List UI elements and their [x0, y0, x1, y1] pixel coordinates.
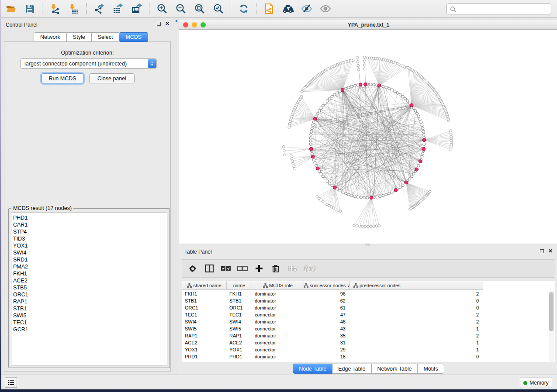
table-cell: YOX1: [227, 346, 252, 353]
export-network-icon[interactable]: [90, 1, 108, 16]
new-network-from-file-icon[interactable]: [259, 1, 278, 16]
mcds-result-item[interactable]: PMA2: [13, 263, 28, 270]
mcds-result-item[interactable]: TEC1: [13, 319, 28, 326]
refresh-view-icon[interactable]: [234, 1, 253, 16]
mcds-result-item[interactable]: ACE2: [13, 277, 28, 284]
column-header-name[interactable]: name: [227, 281, 252, 290]
first-neighbors-icon[interactable]: [278, 1, 297, 16]
search-input[interactable]: [446, 3, 551, 14]
zoom-selected-icon[interactable]: [209, 1, 228, 16]
mcds-result-item[interactable]: STP4: [13, 228, 28, 235]
open-file-icon[interactable]: [1, 1, 20, 16]
column-header-shared-name[interactable]: shared name: [182, 281, 227, 290]
table-panel-title: Table Panel: [184, 249, 212, 255]
close-panel-icon[interactable]: ✕: [165, 22, 170, 26]
mcds-result-item[interactable]: PHD1: [13, 214, 28, 221]
memory-button[interactable]: Memory: [520, 378, 552, 388]
table-scrollbar[interactable]: [549, 291, 554, 362]
table-row[interactable]: ACE2ACE2connector311: [182, 339, 483, 346]
column-header-MCDS-role[interactable]: MCDS role: [252, 281, 304, 290]
table-row[interactable]: ORC1ORC1dominator610: [182, 304, 483, 311]
save-session-icon[interactable]: [20, 1, 39, 16]
table-cell: 47: [304, 311, 350, 318]
import-table-icon[interactable]: [64, 1, 83, 16]
tab-network[interactable]: Network: [34, 32, 67, 42]
table-row[interactable]: FKH1FKH1dominator962: [182, 290, 483, 297]
mcds-result-item[interactable]: STB1: [13, 305, 28, 312]
control-panel: Control Panel ✕ NetworkStyleSelectMCDS O…: [1, 18, 175, 375]
table-row[interactable]: TEC1TEC1connector472: [182, 311, 483, 318]
delete-column-icon[interactable]: [267, 264, 284, 273]
mcds-result-item[interactable]: SWI4: [13, 249, 28, 256]
export-table-icon[interactable]: [108, 1, 127, 16]
table-cell: 18: [304, 353, 350, 360]
task-history-button[interactable]: [5, 377, 17, 388]
table-cell: connector: [252, 346, 304, 353]
table-settings-icon[interactable]: [184, 264, 201, 273]
mcds-result-item[interactable]: GCR1: [13, 326, 28, 333]
export-image-icon[interactable]: [127, 1, 146, 16]
tab-motifs[interactable]: Motifs: [418, 364, 444, 374]
tab-network-table[interactable]: Network Table: [372, 364, 418, 374]
mcds-result-item[interactable]: SRD1: [13, 256, 28, 263]
table-row[interactable]: SWI4SWI4dominator462: [182, 318, 483, 325]
float-table-panel-icon[interactable]: [540, 249, 544, 253]
vertical-splitter[interactable]: [175, 18, 179, 375]
table-cell: YOX1: [182, 346, 227, 353]
network-canvas[interactable]: [179, 30, 557, 244]
mcds-result-item[interactable]: TID3: [13, 235, 28, 242]
show-column-icon[interactable]: [201, 264, 218, 273]
table-row[interactable]: STB1STB1dominator620: [182, 297, 483, 304]
close-panel-button[interactable]: Close panel: [89, 73, 135, 83]
tab-node-table[interactable]: Node Table: [293, 364, 332, 374]
search-icon: [450, 6, 456, 12]
table-cell: PHD1: [182, 353, 227, 360]
tab-style[interactable]: Style: [67, 32, 92, 42]
table-cell: 1: [350, 346, 483, 353]
table-row[interactable]: YOX1YOX1connector291: [182, 346, 483, 353]
table-cell: 29: [304, 346, 350, 353]
mcds-result-list[interactable]: PHD1CAR1STP4TID3YOX1SWI4SRD1PMA2FKH1ACE2…: [11, 213, 167, 365]
column-header-successor-nodes[interactable]: successor nodes∨: [304, 281, 350, 290]
close-table-panel-icon[interactable]: ✕: [548, 249, 553, 253]
mcds-result-item[interactable]: STB5: [13, 284, 28, 291]
mcds-list-scrollbar[interactable]: [160, 213, 166, 364]
create-column-icon[interactable]: [251, 264, 267, 273]
table-cell: 2: [350, 318, 483, 325]
hide-selected-icon[interactable]: [297, 1, 316, 16]
zoom-out-icon[interactable]: [171, 1, 190, 16]
table-row[interactable]: RAP1RAP1dominator352: [182, 332, 483, 339]
table-cell: SWI5: [227, 325, 252, 332]
table-panel: Table Panel ✕ f(x) shared namenameMCDS r…: [179, 246, 557, 375]
run-mcds-button[interactable]: Run MCDS: [42, 73, 83, 83]
app-window: Control Panel ✕ NetworkStyleSelectMCDS O…: [1, 0, 557, 389]
select-all-columns-icon[interactable]: [218, 264, 234, 273]
table-cell: FKH1: [227, 290, 252, 297]
mcds-result-item[interactable]: SWI5: [13, 312, 28, 319]
table-cell: dominator: [252, 332, 304, 339]
table-cell: ACE2: [182, 339, 227, 346]
zoom-in-icon[interactable]: [152, 1, 171, 16]
toolbar-separator: [86, 3, 86, 14]
show-all-icon[interactable]: [316, 1, 335, 16]
toolbar-separator: [42, 3, 42, 14]
column-header-predecessor-nodes[interactable]: predecessor nodes: [350, 281, 483, 290]
float-panel-icon[interactable]: [157, 22, 161, 26]
tab-select[interactable]: Select: [92, 32, 120, 42]
unselect-all-columns-icon[interactable]: [234, 264, 251, 273]
mcds-result-item[interactable]: YOX1: [13, 242, 28, 249]
tab-mcds[interactable]: MCDS: [119, 32, 148, 42]
table-row[interactable]: PHD1PHD1dominator180: [182, 353, 483, 360]
mcds-result-item[interactable]: RAP1: [13, 298, 28, 305]
mcds-result-item[interactable]: FKH1: [13, 270, 28, 277]
mcds-result-item[interactable]: ORC1: [13, 291, 28, 298]
optimization-criterion-select[interactable]: largest connected component (undirected)…: [20, 58, 157, 69]
table-cell: dominator: [252, 353, 304, 360]
table-tabs: Node TableEdge TableNetwork TableMotifs: [179, 364, 557, 374]
mcds-result-item[interactable]: CAR1: [13, 221, 28, 228]
table-row[interactable]: SWI5SWI5connector431: [182, 325, 483, 332]
zoom-fit-icon[interactable]: [190, 1, 209, 16]
tab-edge-table[interactable]: Edge Table: [332, 364, 371, 374]
network-titlebar[interactable]: YPA_prune.txt_1: [179, 20, 557, 30]
import-network-icon[interactable]: [45, 1, 64, 16]
